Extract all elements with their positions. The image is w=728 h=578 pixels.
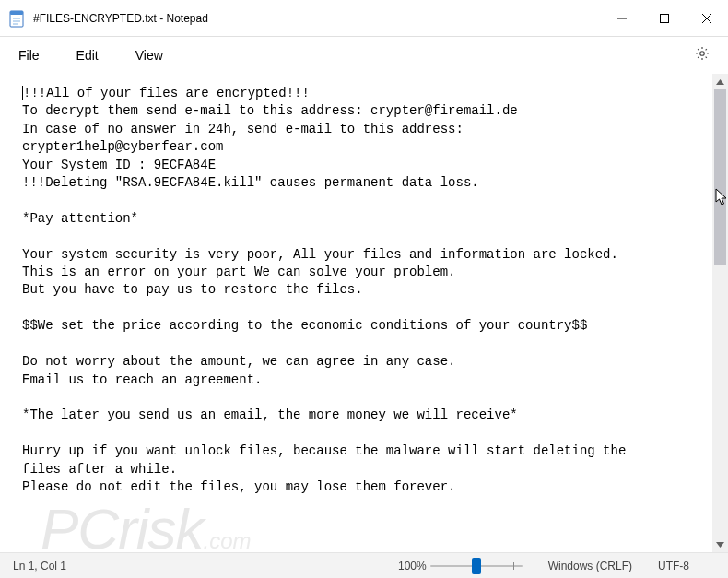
scroll-up-button[interactable] [712,74,728,89]
scroll-thumb[interactable] [714,89,726,265]
menu-bar: File Edit View [0,37,728,74]
text-line: *The later you send us an email, the mor… [22,407,712,424]
text-line [22,192,712,209]
text-line: !!!Deleting "RSA.9ECFA84E.kill" causes p… [22,174,712,192]
text-line: Email us to reach an agreement. [22,372,712,389]
status-zoom: 100% [385,555,535,577]
menu-file[interactable]: File [18,48,40,63]
text-editor[interactable]: !!!All of your files are encrypted!!!To … [0,74,712,552]
status-caret-pos: Ln 1, Col 1 [0,560,79,572]
settings-button[interactable] [687,41,717,70]
status-encoding: UTF-8 [645,560,728,572]
text-line: $$We set the price according to the econ… [22,317,712,335]
status-zoom-value: 100% [398,560,427,572]
svg-rect-1 [10,11,23,15]
menu-view[interactable]: View [135,48,163,63]
svg-rect-6 [661,14,669,22]
text-line: Do not worry about the amount, we can ag… [22,353,712,371]
vertical-scrollbar[interactable] [712,74,728,552]
text-line: But you have to pay us to restore the fi… [22,281,712,299]
scroll-down-button[interactable] [712,537,728,552]
text-line: Your System ID : 9ECFA84E [22,157,712,174]
text-line [22,300,712,317]
text-line [22,228,712,245]
text-line: !!!All of your files are encrypted!!! [22,85,712,102]
zoom-slider[interactable] [430,555,523,577]
text-line: Please do not edit the files, you may lo… [22,478,712,496]
minimize-button[interactable] [601,0,643,37]
window-title: #FILES-ENCRYPTED.txt - Notepad [33,12,208,25]
status-eol: Windows (CRLF) [535,560,645,572]
text-line [22,389,712,407]
text-line: To decrypt them send e-mail to this addr… [22,102,712,120]
text-line: crypter1help@cyberfear.com [22,138,712,156]
text-line: Your system security is very poor, All y… [22,246,712,264]
menu-edit[interactable]: Edit [76,48,99,63]
svg-point-9 [700,52,705,56]
status-bar: Ln 1, Col 1 100% Windows (CRLF) UTF-8 [0,552,728,578]
text-line [22,425,712,442]
close-button[interactable] [686,0,728,37]
text-line [22,336,712,353]
text-line: In case of no answer in 24h, send e-mail… [22,121,712,138]
text-line: files after a while. [22,461,712,478]
title-bar: #FILES-ENCRYPTED.txt - Notepad [0,0,728,37]
notepad-app-icon [9,9,24,28]
maximize-button[interactable] [643,0,686,37]
text-line: This is an error on your part We can sol… [22,264,712,281]
gear-icon [694,45,710,65]
text-line [22,496,712,513]
text-line: Hurry up if you want unlock files, becau… [22,442,712,460]
text-line: *Pay attention* [22,210,712,228]
